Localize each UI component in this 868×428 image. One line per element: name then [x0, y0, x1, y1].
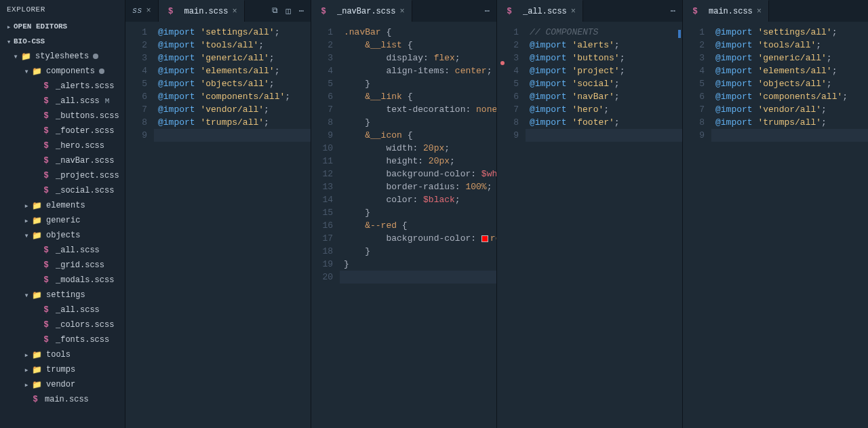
code-line[interactable]: } [340, 77, 496, 90]
file-_footer.scss[interactable]: _footer.scss [0, 123, 125, 138]
more-icon[interactable]: ⋯ [671, 6, 675, 16]
code-lines[interactable]: @import 'settings/all';@import 'tools/al… [711, 22, 868, 428]
code-line[interactable]: @import 'tools/all'; [711, 39, 868, 52]
code-line[interactable] [340, 271, 496, 284]
file-_colors.scss[interactable]: _colors.scss [0, 317, 125, 332]
open-editors-section[interactable]: ▸ OPEN EDITORS [0, 19, 125, 34]
folder-stylesheets[interactable]: ▾stylesheets [0, 49, 125, 64]
token: text-decoration [386, 104, 465, 115]
code-line[interactable]: border-radius: 100%; [340, 180, 496, 193]
code-line[interactable]: color: $black; [340, 193, 496, 206]
folder-generic[interactable]: ▸generic [0, 213, 125, 228]
code-line[interactable]: } [340, 206, 496, 219]
code-lines[interactable]: .navBar { &__list { display: flex; align… [340, 22, 496, 428]
tab-main.scss[interactable]: main.scss× [683, 0, 769, 22]
folder-components[interactable]: ▾components [0, 64, 125, 79]
file-_grid.scss[interactable]: _grid.scss [0, 258, 125, 273]
file-_project.scss[interactable]: _project.scss [0, 168, 125, 183]
code-line[interactable]: background-color: $white; [340, 168, 496, 180]
code-area[interactable]: 123456789@import 'settings/all';@import … [683, 22, 868, 428]
file-_buttons.scss[interactable]: _buttons.scss [0, 109, 125, 123]
code-line[interactable] [526, 129, 682, 142]
file-_modals.scss[interactable]: _modals.scss [0, 273, 125, 288]
file-_social.scss[interactable]: _social.scss [0, 183, 125, 198]
code-line[interactable]: @import 'generic/all'; [154, 52, 311, 64]
code-line[interactable]: height: 20px; [340, 155, 496, 168]
code-line[interactable]: width: 20px; [340, 142, 496, 155]
folder-vendor[interactable]: ▸vendor [0, 377, 125, 392]
folder-trumps[interactable]: ▸trumps [0, 362, 125, 377]
code-line[interactable]: @import 'project'; [526, 64, 682, 77]
code-line[interactable]: @import 'elements/all'; [711, 64, 868, 77]
diff-icon[interactable]: ⧉ [272, 6, 278, 16]
file-tree[interactable]: ▾stylesheets▾components_alerts.scss_all.… [0, 49, 125, 428]
code-area[interactable]: 123456789// COMPONENTS@import 'alerts';@… [497, 22, 682, 428]
code-line[interactable]: &__list { [340, 39, 496, 52]
code-line[interactable]: display: flex; [340, 52, 496, 64]
file-_hero.scss[interactable]: _hero.scss [0, 138, 125, 153]
code-line[interactable]: @import 'objects/all'; [154, 77, 311, 90]
file-_all.scss[interactable]: _all.scss [0, 303, 125, 317]
more-icon[interactable]: ⋯ [299, 6, 304, 16]
tab-_all.scss[interactable]: _all.scss× [497, 0, 583, 22]
code-line[interactable] [154, 129, 311, 142]
code-line[interactable]: @import 'trumps/all'; [711, 116, 868, 129]
code-line[interactable]: @import 'footer'; [526, 116, 682, 129]
token: ; [614, 117, 620, 128]
more-icon[interactable]: ⋯ [485, 6, 490, 16]
code-line[interactable]: text-decoration: none; [340, 103, 496, 116]
code-line[interactable]: &__icon { [340, 129, 496, 142]
code-line[interactable]: } [340, 258, 496, 271]
close-icon[interactable]: × [232, 7, 237, 16]
tab-_navBar.scss[interactable]: _navBar.scss× [311, 0, 412, 22]
file-_fonts.scss[interactable]: _fonts.scss [0, 332, 125, 347]
code-line[interactable]: .navBar { [340, 26, 496, 39]
folder-objects[interactable]: ▾objects [0, 228, 125, 243]
code-line[interactable]: @import 'vendor/all'; [711, 103, 868, 116]
code-line[interactable]: &--red { [340, 219, 496, 232]
close-icon[interactable]: × [399, 7, 404, 16]
code-line[interactable]: @import 'generic/all'; [711, 52, 868, 64]
code-line[interactable]: @import 'tools/all'; [154, 39, 311, 52]
code-line[interactable]: @import 'buttons'; [526, 52, 682, 64]
code-area[interactable]: 123456789@import 'settings/all';@import … [125, 22, 311, 428]
file-_alerts.scss[interactable]: _alerts.scss [0, 79, 125, 94]
code-line[interactable]: } [340, 245, 496, 258]
folder-elements[interactable]: ▸elements [0, 198, 125, 213]
code-line[interactable]: @import 'settings/all'; [711, 26, 868, 39]
code-line[interactable]: @import 'settings/all'; [154, 26, 311, 39]
code-area[interactable]: 1234567891011121314151617181920.navBar {… [311, 22, 496, 428]
close-icon[interactable]: × [146, 6, 151, 16]
file-_navBar.scss[interactable]: _navBar.scss [0, 153, 125, 168]
code-line[interactable]: @import 'objects/all'; [711, 77, 868, 90]
tab-main.scss[interactable]: main.scss× [159, 0, 245, 22]
folder-tools[interactable]: ▸tools [0, 347, 125, 362]
code-line[interactable]: align-items: center; [340, 64, 496, 77]
file-_all.scss[interactable]: _all.scss [0, 243, 125, 258]
project-section[interactable]: ▾ BIO-CSS [0, 34, 125, 49]
code-line[interactable]: // COMPONENTS [526, 26, 682, 39]
split-icon[interactable]: ◫ [286, 6, 291, 16]
code-line[interactable]: @import 'elements/all'; [154, 64, 311, 77]
code-line[interactable]: @import 'trumps/all'; [154, 116, 311, 129]
code-line[interactable]: &__link { [340, 90, 496, 103]
code-line[interactable]: @import 'social'; [526, 77, 682, 90]
code-line[interactable] [711, 129, 868, 142]
folder-settings[interactable]: ▾settings [0, 288, 125, 303]
close-icon[interactable]: × [757, 7, 762, 16]
code-lines[interactable]: // COMPONENTS@import 'alerts';@import 'b… [526, 22, 682, 428]
file-_all.scss[interactable]: _all.scssM [0, 94, 125, 109]
code-line[interactable]: @import 'components/all'; [154, 90, 311, 103]
code-line[interactable]: @import 'navBar'; [526, 90, 682, 103]
close-icon[interactable]: × [571, 7, 576, 16]
code-lines[interactable]: @import 'settings/all';@import 'tools/al… [154, 22, 311, 428]
code-line[interactable]: @import 'hero'; [526, 103, 682, 116]
folder-icon [31, 66, 42, 77]
code-line[interactable]: } [340, 116, 496, 129]
code-line[interactable]: background-color: red; [340, 232, 496, 245]
file-main.scss[interactable]: main.scss [0, 392, 125, 407]
code-line[interactable]: @import 'alerts'; [526, 39, 682, 52]
code-line[interactable]: @import 'vendor/all'; [154, 103, 311, 116]
code-line[interactable]: @import 'components/all'; [711, 90, 868, 103]
tab-ss[interactable]: ss× [125, 0, 159, 22]
